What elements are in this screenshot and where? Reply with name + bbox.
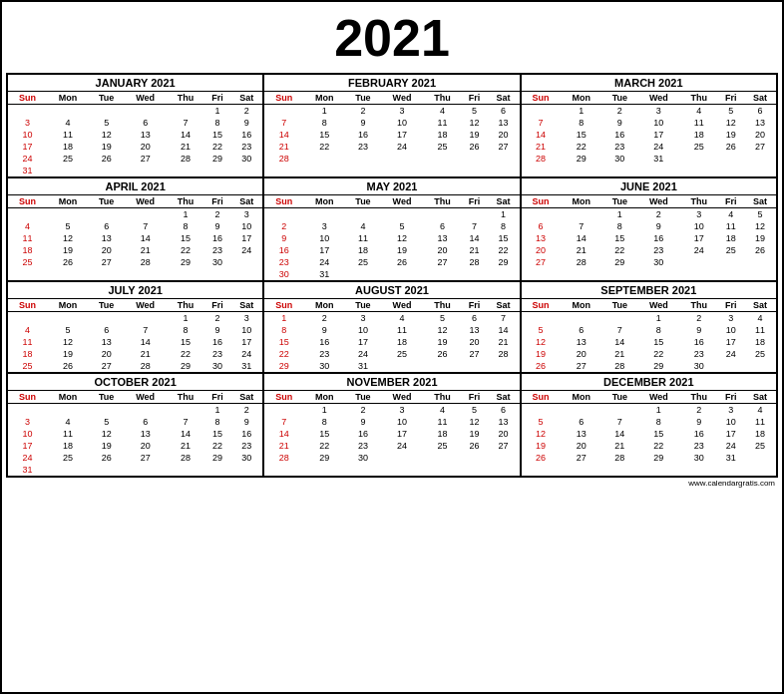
- calendar-day: 12: [89, 428, 124, 440]
- calendar-day: 23: [680, 440, 718, 452]
- calendar-day: 12: [461, 117, 487, 129]
- day-header: Sun: [522, 92, 561, 105]
- calendar-day: 27: [424, 256, 462, 268]
- calendar-day: 27: [89, 256, 124, 268]
- calendar-day: 19: [89, 440, 124, 452]
- calendar-day: 6: [488, 105, 520, 118]
- calendar-day: 28: [561, 256, 602, 268]
- day-header: Sun: [8, 195, 47, 208]
- calendar-day: 14: [264, 129, 303, 141]
- day-header: Tue: [345, 195, 380, 208]
- day-header: Tue: [89, 299, 124, 312]
- calendar-day: 3: [230, 208, 262, 221]
- calendar-day: 29: [561, 153, 602, 165]
- calendar-day: 30: [204, 256, 230, 268]
- month-block: NOVEMBER 2021SunMonTueWedThuFriSat123456…: [264, 374, 521, 478]
- calendar-day: 31: [303, 268, 345, 280]
- calendar-day: 28: [488, 348, 520, 360]
- calendar-day: 22: [303, 440, 345, 452]
- calendar-day: 8: [204, 416, 230, 428]
- calendar-day: 20: [124, 440, 167, 452]
- calendar-day: [461, 208, 487, 221]
- calendar-day: 4: [744, 312, 776, 325]
- calendar-day: 30: [204, 360, 230, 372]
- calendar-day: 29: [303, 452, 345, 464]
- calendar-day: 16: [264, 244, 303, 256]
- calendar-day: 19: [381, 244, 424, 256]
- calendar-day: 6: [89, 220, 124, 232]
- month-block: JULY 2021SunMonTueWedThuFriSat1234567891…: [8, 282, 264, 374]
- calendar-day: 3: [8, 416, 47, 428]
- calendar-day: 21: [264, 141, 303, 153]
- day-header: Sun: [264, 92, 303, 105]
- calendar-day: 7: [461, 220, 487, 232]
- day-header: Tue: [89, 92, 124, 105]
- calendar-day: 22: [167, 348, 204, 360]
- calendar-day: [381, 153, 424, 165]
- month-block: JUNE 2021SunMonTueWedThuFriSat1234567891…: [522, 178, 778, 282]
- calendar-day: 18: [47, 440, 89, 452]
- day-header: Mon: [303, 195, 345, 208]
- calendar-day: [230, 165, 262, 176]
- day-header: Sat: [488, 391, 520, 404]
- calendar-day: 19: [522, 348, 561, 360]
- calendar-day: 7: [602, 416, 637, 428]
- calendar-day: 25: [424, 141, 462, 153]
- calendar-day: 13: [424, 232, 462, 244]
- calendar-day: 15: [488, 232, 520, 244]
- calendar-day: 7: [264, 416, 303, 428]
- calendar-day: 5: [718, 105, 744, 118]
- calendar-day: 7: [264, 117, 303, 129]
- calendar-day: 13: [124, 428, 167, 440]
- calendar-day: 4: [47, 117, 89, 129]
- day-header: Thu: [167, 299, 204, 312]
- calendar-day: 28: [124, 256, 167, 268]
- calendar-day: 14: [602, 428, 637, 440]
- calendar-day: 25: [744, 348, 776, 360]
- calendar-day: 6: [561, 324, 602, 336]
- calendar-day: 29: [488, 256, 520, 268]
- calendar-day: 23: [680, 348, 718, 360]
- calendar-day: 22: [637, 440, 680, 452]
- calendar-day: 1: [561, 105, 602, 118]
- day-header: Sat: [488, 195, 520, 208]
- calendar-day: 4: [381, 312, 424, 325]
- calendar-day: 3: [637, 105, 680, 118]
- calendar-day: 24: [680, 244, 718, 256]
- month-block: MAY 2021SunMonTueWedThuFriSat12345678910…: [264, 178, 521, 282]
- calendar-day: 9: [680, 324, 718, 336]
- calendar-day: 28: [602, 360, 637, 372]
- calendar-day: [47, 464, 89, 476]
- calendar-day: 27: [522, 256, 561, 268]
- calendar-day: 10: [8, 428, 47, 440]
- calendar-day: 3: [718, 404, 744, 417]
- calendar-day: 6: [461, 312, 487, 325]
- calendar-day: 20: [488, 428, 520, 440]
- day-header: Thu: [680, 92, 718, 105]
- day-header: Wed: [381, 92, 424, 105]
- calendar-day: 10: [345, 324, 380, 336]
- calendar-day: [522, 404, 561, 417]
- calendar-day: 17: [637, 129, 680, 141]
- calendar-day: 18: [47, 141, 89, 153]
- calendar-day: 12: [424, 324, 462, 336]
- calendar-day: 24: [230, 348, 262, 360]
- calendar-day: 14: [124, 232, 167, 244]
- calendar-day: 30: [230, 452, 262, 464]
- day-header: Mon: [303, 299, 345, 312]
- day-header: Thu: [424, 92, 462, 105]
- calendar-day: 20: [89, 348, 124, 360]
- calendar-day: 13: [522, 232, 561, 244]
- day-header: Sat: [488, 92, 520, 105]
- calendar-day: 15: [561, 129, 602, 141]
- calendar-day: [89, 464, 124, 476]
- calendar-day: 1: [167, 208, 204, 221]
- day-header: Thu: [424, 391, 462, 404]
- calendar-day: 3: [345, 312, 380, 325]
- calendar-day: [264, 404, 303, 417]
- day-header: Fri: [718, 391, 744, 404]
- calendar-day: 5: [522, 416, 561, 428]
- calendar-day: 16: [680, 428, 718, 440]
- calendar-day: 23: [204, 348, 230, 360]
- calendar-day: [718, 360, 744, 372]
